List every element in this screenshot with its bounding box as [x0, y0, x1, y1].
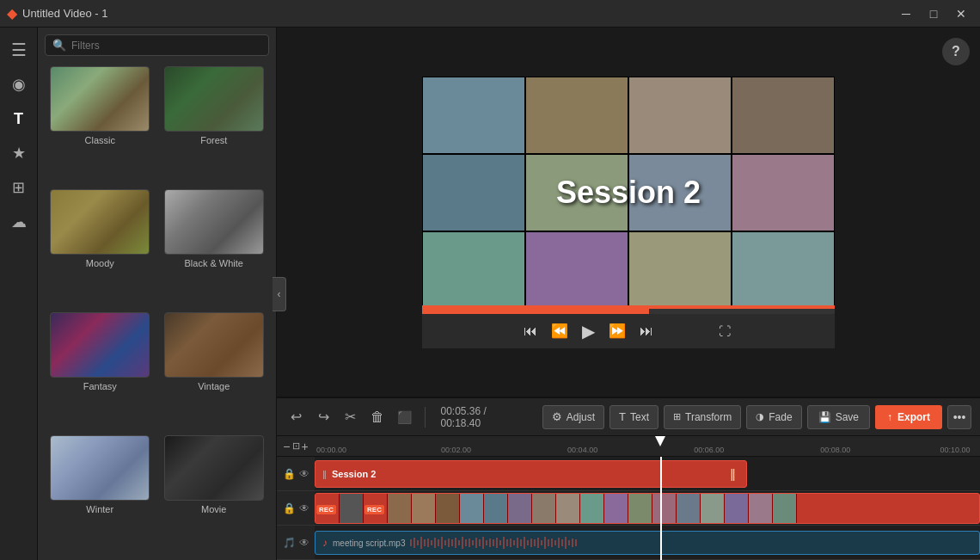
svg-rect-25 [496, 538, 498, 548]
thumb-10 [532, 494, 556, 523]
maximize-button[interactable]: □ [922, 5, 946, 22]
filter-item-moody[interactable]: Moody [46, 189, 154, 305]
skip-forward-button[interactable]: ⏭ [640, 323, 653, 339]
undo-button[interactable]: ↩ [285, 405, 308, 429]
svg-rect-35 [530, 538, 532, 547]
music-icon: ♪ [322, 537, 328, 549]
zoom-out-button[interactable]: − [283, 440, 290, 453]
adjust-button[interactable]: ⚙ Adjust [542, 405, 604, 429]
thumb-20 [773, 494, 797, 523]
collapse-panel-button[interactable]: ‹ [273, 277, 286, 311]
filter-item-fantasy[interactable]: Fantasy [46, 312, 154, 428]
filters-search-bar: 🔍 [45, 34, 269, 56]
sidebar-item-overlay[interactable]: ⊞ [3, 172, 34, 203]
minimize-button[interactable]: ─ [894, 5, 918, 22]
filter-name-moody: Moody [86, 258, 114, 268]
toolbar-divider-1 [425, 407, 426, 428]
vid-cell-10 [525, 231, 628, 309]
thumb-4 [388, 494, 412, 523]
zoom-fit-button[interactable]: ⊡ [292, 440, 300, 452]
filter-item-winter[interactable]: Winter [46, 435, 154, 551]
filter-name-winter: Winter [86, 504, 113, 514]
vid-cell-4 [732, 77, 835, 154]
svg-rect-13 [455, 538, 456, 548]
delete-button[interactable]: 🗑 [367, 405, 389, 429]
thumb-12 [580, 494, 604, 523]
sidebar-item-favorites[interactable]: ★ [3, 138, 34, 169]
svg-rect-41 [551, 538, 553, 547]
sidebar: ☰ ◉ T ★ ⊞ ☁ [0, 28, 38, 560]
sidebar-item-effects[interactable]: ◉ [3, 69, 34, 100]
skip-back-button[interactable]: ⏮ [524, 323, 537, 339]
audio-clip[interactable]: ♪ meeting script.mp3 [315, 531, 980, 555]
progress-bar[interactable] [422, 309, 835, 314]
session-track: ‖ Session 2 ‖ [315, 457, 980, 491]
search-icon: 🔍 [52, 39, 66, 52]
ruler-mark-0: 00:00.00 [316, 446, 346, 454]
filter-item-vintage[interactable]: Vintage [161, 312, 268, 428]
track-visible-button-2[interactable]: 👁 [299, 502, 309, 514]
fade-button[interactable]: ◑ Fade [746, 405, 801, 429]
svg-rect-46 [568, 540, 570, 545]
fast-forward-button[interactable]: ⏩ [609, 323, 626, 339]
help-button[interactable]: ? [942, 38, 970, 65]
svg-rect-47 [572, 538, 573, 547]
svg-rect-6 [431, 540, 432, 545]
close-button[interactable]: ✕ [949, 5, 973, 22]
track-ctrl-2: 🔒 👁 [277, 491, 315, 526]
text-button[interactable]: T Text [609, 405, 658, 429]
more-options-button[interactable]: ••• [947, 405, 971, 429]
svg-rect-32 [520, 539, 522, 546]
thumb-2 [340, 494, 364, 523]
filter-name-fantasy: Fantasy [83, 381, 117, 391]
filter-item-forest[interactable]: Forest [161, 66, 268, 182]
filter-item-movie[interactable]: Movie [161, 435, 268, 551]
svg-rect-36 [534, 539, 536, 546]
track-visible-button-1[interactable]: 👁 [299, 468, 309, 480]
svg-rect-14 [458, 540, 460, 545]
track-lock-button-2[interactable]: 🔒 [283, 502, 296, 514]
sidebar-item-text[interactable]: T [3, 103, 34, 134]
vid-cell-12 [732, 231, 835, 309]
export-button[interactable]: ↑ Export [875, 405, 942, 429]
zoom-in-button[interactable]: + [302, 440, 309, 453]
track-controls: 🔒 👁 🔒 👁 🎵 👁 [277, 457, 315, 560]
adjust-icon: ⚙ [552, 410, 562, 423]
transform-button[interactable]: ⊞ Transform [664, 405, 741, 429]
search-input[interactable] [71, 40, 261, 52]
sidebar-item-upload[interactable]: ☁ [3, 206, 34, 237]
svg-rect-40 [548, 539, 549, 546]
video-thumbnails: REC REC [315, 494, 979, 523]
save-button[interactable]: 💾 Save [807, 405, 870, 429]
time-display: 00:05.36 / 00:18.40 [433, 405, 528, 429]
track-visible-button-3[interactable]: 👁 [299, 537, 309, 549]
thumb-8 [484, 494, 508, 523]
rewind-button[interactable]: ⏪ [551, 323, 568, 339]
play-button[interactable]: ▶ [582, 321, 595, 342]
svg-rect-44 [561, 539, 563, 546]
filter-item-bw[interactable]: Black & White [161, 189, 268, 305]
svg-rect-48 [575, 539, 577, 546]
video-preview: Session 2 [422, 77, 835, 309]
fullscreen-button[interactable]: ⛶ [719, 324, 731, 338]
filter-thumb-bw [164, 189, 264, 255]
screen-record-button[interactable]: ⬛ [394, 405, 416, 429]
session-clip[interactable]: ‖ Session 2 ‖ [315, 460, 747, 488]
filter-thumb-movie [164, 435, 264, 501]
redo-button[interactable]: ↪ [313, 405, 335, 429]
tracks-content: ‖ Session 2 ‖ REC [315, 457, 980, 560]
track-lock-button-1[interactable]: 🔒 [283, 468, 296, 480]
main-layout: ☰ ◉ T ★ ⊞ ☁ 🔍 Classic Forest Moody [0, 28, 980, 560]
video-clip[interactable]: REC REC [315, 493, 980, 524]
track-lock-button-3[interactable]: 🎵 [283, 537, 296, 549]
sidebar-item-menu[interactable]: ☰ [3, 34, 34, 65]
svg-rect-33 [524, 537, 525, 549]
cut-button[interactable]: ✂ [340, 405, 362, 429]
filter-item-classic[interactable]: Classic [46, 66, 154, 182]
vid-cell-1 [422, 77, 525, 154]
thumb-15 [652, 494, 677, 523]
session-clip-label: Session 2 [332, 469, 376, 479]
thumb-18 [725, 494, 749, 523]
thumb-17 [701, 494, 725, 523]
progress-fill [422, 309, 649, 314]
